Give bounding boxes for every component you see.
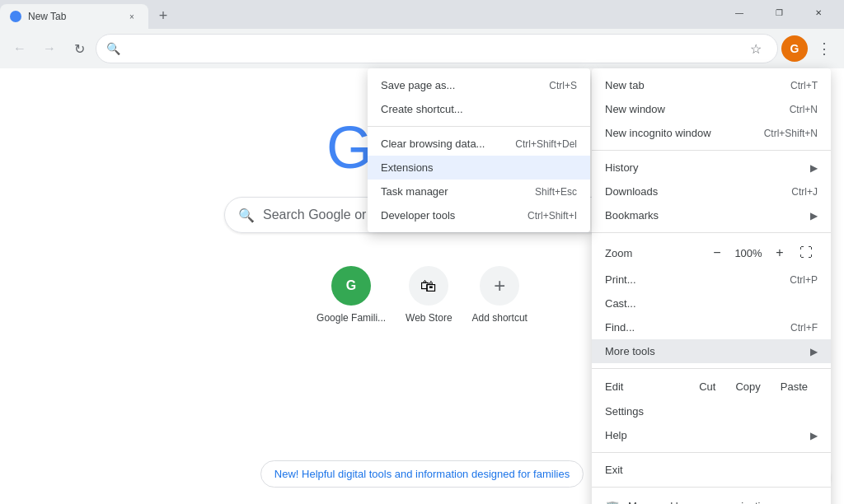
menu-item-managed[interactable]: 🏢 Managed by your organization (592, 492, 831, 504)
submenu-shortcut-clear-browsing: Ctrl+Shift+Del (515, 138, 577, 150)
menu-divider-4 (592, 452, 831, 453)
submenu-label-create-shortcut: Create shortcut... (381, 103, 577, 115)
paste-button[interactable]: Paste (771, 377, 818, 396)
logo-g: G (326, 114, 373, 180)
menu-item-history[interactable]: History ▶ (592, 156, 831, 180)
menu-label-find: Find... (605, 321, 790, 334)
submenu-item-clear-browsing[interactable]: Clear browsing data... Ctrl+Shift+Del (368, 132, 590, 156)
address-input[interactable] (127, 42, 738, 55)
submenu-label-clear-browsing: Clear browsing data... (381, 138, 515, 150)
menu-item-downloads[interactable]: Downloads Ctrl+J (592, 180, 831, 203)
menu-divider-3 (592, 368, 831, 369)
menu-label-incognito: New incognito window (605, 127, 764, 139)
menu-arrow-history: ▶ (810, 162, 818, 174)
menu-item-new-window[interactable]: New window Ctrl+N (592, 97, 831, 121)
title-bar: New Tab × + — ❐ ✕ (0, 0, 844, 29)
shortcut-item-add[interactable]: + Add shortcut (472, 266, 528, 324)
submenu-item-task-manager[interactable]: Task manager Shift+Esc (368, 180, 590, 203)
menu-shortcut-new-tab: Ctrl+T (790, 80, 818, 91)
zoom-plus-button[interactable]: + (768, 241, 791, 264)
tab-title: New Tab (28, 11, 66, 22)
forward-button[interactable]: → (36, 35, 63, 62)
managed-icon: 🏢 (605, 498, 620, 504)
menu-label-bookmarks: Bookmarks (605, 209, 804, 222)
menu-item-cast[interactable]: Cast... (592, 292, 831, 315)
menu-label-more-tools: More tools (605, 345, 804, 357)
close-button[interactable]: ✕ (799, 0, 837, 26)
google-search-icon: 🔍 (238, 208, 255, 223)
shortcut-item-webstore[interactable]: 🛍 Web Store (406, 266, 452, 324)
shortcut-icon-add: + (480, 266, 519, 306)
menu-shortcut-incognito: Ctrl+Shift+N (764, 128, 818, 139)
submenu-shortcut-task-manager: Shift+Esc (535, 186, 577, 198)
shortcut-label-add: Add shortcut (472, 312, 528, 324)
menu-item-find[interactable]: Find... Ctrl+F (592, 315, 831, 339)
more-tools-submenu: Save page as... Ctrl+S Create shortcut..… (368, 68, 590, 232)
address-search-icon: 🔍 (106, 42, 120, 55)
cut-button[interactable]: Cut (689, 377, 725, 396)
menu-shortcut-downloads: Ctrl+J (791, 186, 818, 198)
menu-item-incognito[interactable]: New incognito window Ctrl+Shift+N (592, 121, 831, 145)
submenu-item-extensions[interactable]: Extensions (368, 156, 590, 180)
menu-shortcut-new-window: Ctrl+N (790, 104, 818, 115)
menu-item-bookmarks[interactable]: Bookmarks ▶ (592, 203, 831, 227)
copy-button[interactable]: Copy (725, 377, 770, 396)
menu-divider-2 (592, 232, 831, 233)
submenu-item-create-shortcut[interactable]: Create shortcut... (368, 97, 590, 121)
menu-shortcut-print: Ctrl+P (790, 274, 818, 286)
menu-label-exit: Exit (605, 464, 818, 476)
menu-label-downloads: Downloads (605, 185, 791, 198)
chrome-menu-button[interactable]: ⋮ (811, 35, 837, 62)
bottom-banner[interactable]: New! Helpful digital tools and informati… (260, 460, 584, 488)
menu-label-new-window: New window (605, 103, 790, 115)
submenu-label-extensions: Extensions (381, 161, 577, 174)
menu-arrow-more-tools: ▶ (810, 346, 818, 357)
menu-label-settings: Settings (605, 405, 818, 418)
menu-arrow-bookmarks: ▶ (810, 210, 818, 222)
bookmark-star-button[interactable]: ☆ (744, 37, 767, 60)
new-tab-button[interactable]: + (152, 4, 175, 27)
menu-label-help: Help (605, 429, 804, 441)
tab-favicon (10, 11, 21, 22)
submenu-item-save-page[interactable]: Save page as... Ctrl+S (368, 73, 590, 97)
menu-label-print: Print... (605, 273, 790, 286)
submenu-item-dev-tools[interactable]: Developer tools Ctrl+Shift+I (368, 203, 590, 227)
menu-zoom-label: Zoom (605, 247, 702, 259)
tab-close-button[interactable]: × (125, 10, 138, 23)
restore-button[interactable]: ❐ (760, 0, 798, 26)
minimize-button[interactable]: — (720, 0, 758, 26)
menu-arrow-help: ▶ (810, 430, 818, 441)
submenu-label-task-manager: Task manager (381, 185, 535, 198)
address-bar[interactable]: 🔍 ☆ (96, 34, 778, 63)
shortcut-label-webstore: Web Store (406, 312, 452, 324)
menu-label-cast: Cast... (605, 297, 818, 310)
submenu-label-save-page: Save page as... (381, 79, 549, 91)
menu-item-settings[interactable]: Settings (592, 399, 831, 423)
toolbar: ← → ↻ 🔍 ☆ G ⋮ (0, 29, 844, 68)
submenu-divider-1 (368, 126, 590, 127)
browser-tab[interactable]: New Tab × (0, 4, 148, 29)
menu-item-print[interactable]: Print... Ctrl+P (592, 268, 831, 292)
zoom-value-display: 100% (732, 247, 765, 259)
banner-pill[interactable]: New! Helpful digital tools and informati… (260, 460, 584, 488)
reload-button[interactable]: ↻ (66, 35, 92, 62)
menu-item-help[interactable]: Help ▶ (592, 423, 831, 447)
profile-button[interactable]: G (781, 35, 808, 62)
submenu-label-dev-tools: Developer tools (381, 209, 528, 222)
submenu-shortcut-dev-tools: Ctrl+Shift+I (528, 210, 577, 222)
menu-divider-5 (592, 487, 831, 488)
zoom-fullscreen-button[interactable]: ⛶ (795, 241, 818, 264)
menu-item-new-tab[interactable]: New tab Ctrl+T (592, 73, 831, 97)
shortcut-item-google-family[interactable]: G Google Famili... (316, 266, 386, 324)
menu-zoom-row: Zoom − 100% + ⛶ (592, 238, 831, 268)
menu-item-more-tools[interactable]: More tools ▶ (592, 339, 831, 363)
menu-item-exit[interactable]: Exit (592, 458, 831, 482)
menu-edit-label: Edit (605, 380, 689, 393)
back-button[interactable]: ← (7, 35, 33, 62)
zoom-minus-button[interactable]: − (706, 241, 729, 264)
managed-label: Managed by your organization (628, 500, 772, 505)
menu-divider-1 (592, 150, 831, 151)
chrome-context-menu: New tab Ctrl+T New window Ctrl+N New inc… (592, 68, 831, 504)
shortcut-icon-google-family: G (331, 266, 371, 306)
menu-shortcut-find: Ctrl+F (790, 322, 818, 334)
